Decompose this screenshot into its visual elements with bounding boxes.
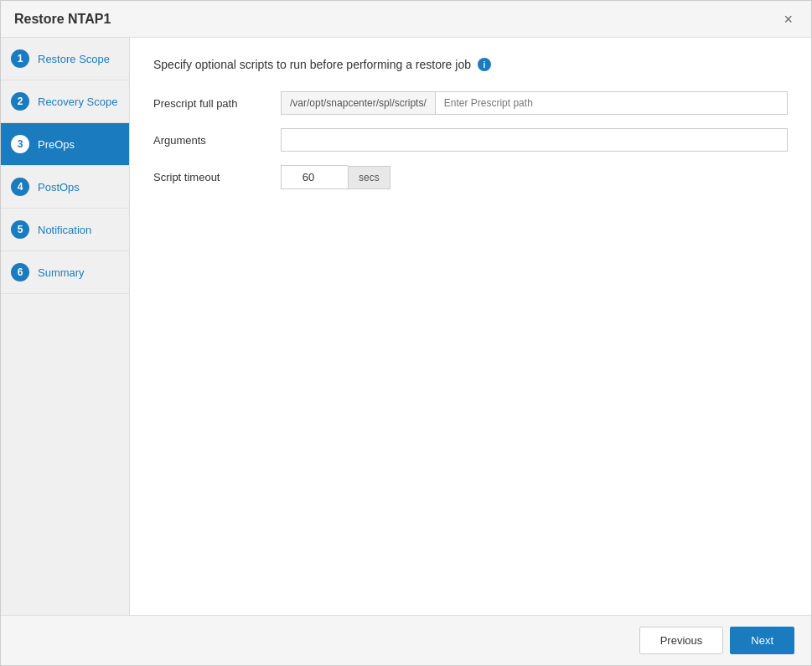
sidebar: 1 Restore Scope 2 Recovery Scope 3 PreOp… (1, 38, 130, 615)
sidebar-label-postops: PostOps (38, 181, 80, 194)
timeout-unit: secs (348, 166, 390, 189)
sidebar-item-notification[interactable]: 5 Notification (1, 209, 129, 251)
sidebar-item-recovery-scope[interactable]: 2 Recovery Scope (1, 80, 129, 123)
step-number-2: 2 (11, 92, 29, 111)
step-number-4: 4 (11, 178, 29, 196)
previous-button[interactable]: Previous (639, 627, 724, 654)
prescript-input[interactable] (435, 91, 788, 115)
dialog-footer: Previous Next (1, 615, 811, 665)
sidebar-label-restore-scope: Restore Scope (38, 53, 110, 65)
prescript-row: Prescript full path /var/opt/snapcenter/… (153, 91, 788, 115)
arguments-input[interactable] (281, 128, 788, 152)
arguments-label: Arguments (153, 134, 271, 147)
timeout-input[interactable] (281, 165, 348, 189)
sidebar-item-postops[interactable]: 4 PostOps (1, 166, 129, 209)
timeout-group: secs (281, 165, 390, 189)
sidebar-item-preops[interactable]: 3 PreOps (1, 123, 129, 166)
prescript-field: /var/opt/snapcenter/spl/scripts/ (281, 91, 788, 115)
prescript-prefix: /var/opt/snapcenter/spl/scripts/ (281, 91, 435, 115)
section-header: Specify optional scripts to run before p… (153, 58, 788, 71)
sidebar-label-preops: PreOps (38, 138, 75, 151)
arguments-row: Arguments (153, 128, 788, 152)
sidebar-label-notification: Notification (38, 224, 91, 236)
main-content: Specify optional scripts to run before p… (130, 38, 811, 615)
step-number-5: 5 (11, 220, 29, 239)
script-timeout-row: Script timeout secs (153, 165, 788, 189)
restore-dialog: Restore NTAP1 × 1 Restore Scope 2 Recove… (0, 0, 812, 666)
sidebar-item-restore-scope[interactable]: 1 Restore Scope (1, 38, 129, 80)
next-button[interactable]: Next (730, 627, 794, 654)
section-title: Specify optional scripts to run before p… (153, 58, 471, 71)
dialog-body: 1 Restore Scope 2 Recovery Scope 3 PreOp… (1, 38, 811, 615)
step-number-1: 1 (11, 49, 29, 68)
sidebar-item-summary[interactable]: 6 Summary (1, 251, 129, 294)
prescript-label: Prescript full path (153, 97, 271, 110)
info-icon[interactable]: i (478, 58, 491, 71)
close-button[interactable]: × (778, 10, 798, 28)
sidebar-label-recovery-scope: Recovery Scope (38, 96, 117, 108)
step-number-6: 6 (11, 263, 29, 281)
dialog-header: Restore NTAP1 × (1, 1, 811, 38)
step-number-3: 3 (11, 135, 29, 153)
sidebar-label-summary: Summary (38, 266, 85, 279)
dialog-title: Restore NTAP1 (14, 12, 111, 27)
script-timeout-label: Script timeout (153, 171, 271, 183)
